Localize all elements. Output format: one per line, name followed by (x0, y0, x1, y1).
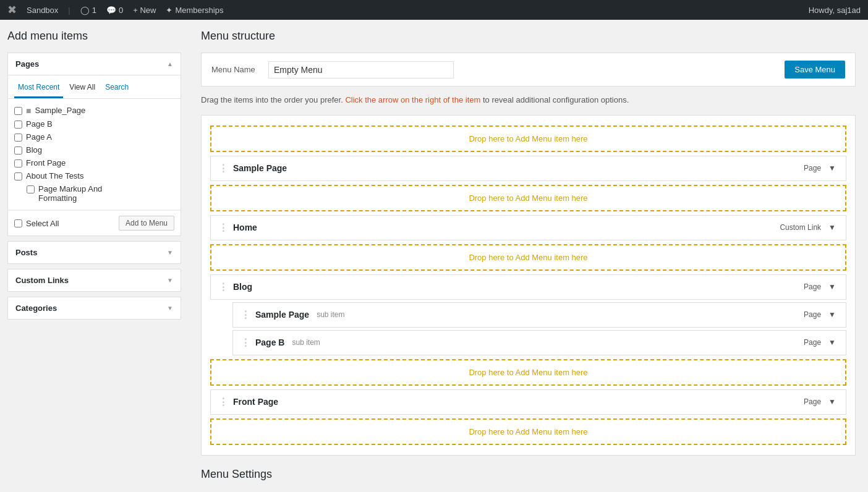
pages-list: ■ Sample_Page Page B Page A Blog (8, 99, 181, 210)
menu-item-page-b-sub-label: Page B (255, 337, 284, 347)
menu-item-blog-type: Page (804, 282, 821, 291)
menu-item-sample-page[interactable]: ⋮ Sample Page Page ▼ (210, 156, 846, 181)
page-markup-checkbox[interactable] (27, 185, 35, 193)
custom-links-accordion-header[interactable]: Custom Links ▼ (8, 269, 181, 291)
menu-item-sample-page-sub-expand[interactable]: ▼ (826, 309, 838, 320)
select-all-checkbox[interactable] (14, 219, 22, 227)
menu-item-front-page-left: ⋮ Front Page (218, 396, 278, 408)
menu-item-sample-page-expand[interactable]: ▼ (826, 163, 838, 174)
pages-chevron-icon: ▲ (167, 61, 173, 67)
page-a-label: Page A (26, 132, 52, 142)
menu-item-page-b-sub-expand[interactable]: ▼ (826, 337, 838, 348)
site-name[interactable]: Sandbox (27, 6, 58, 15)
menu-item-right: Page ▼ (804, 163, 838, 174)
menu-item-page-b-sub[interactable]: ⋮ Page B sub item Page ▼ (232, 330, 846, 355)
pages-accordion-header[interactable]: Pages ▲ (8, 53, 181, 75)
tab-most-recent[interactable]: Most Recent (14, 80, 63, 98)
list-item: Page Markup AndFormatting (14, 182, 174, 205)
sub-item-label-page-b: sub item (292, 338, 320, 347)
menu-item-front-page-right: Page ▼ (804, 396, 838, 407)
menu-name-input[interactable] (268, 61, 454, 78)
drag-handle-front-page-icon: ⋮ (218, 396, 228, 408)
menu-item-home-right: Custom Link ▼ (780, 222, 838, 233)
menu-item-home-expand[interactable]: ▼ (826, 222, 838, 233)
front-page-checkbox[interactable] (14, 159, 22, 168)
howdy-label: Howdy, saj1ad (809, 6, 861, 15)
left-panel: Add menu items Pages ▲ Most Recent View … (0, 20, 189, 492)
categories-accordion-header[interactable]: Categories ▼ (8, 297, 181, 319)
menu-item-page-b-sub-left: ⋮ Page B sub item (240, 337, 320, 349)
menu-item-page-b-sub-right: Page ▼ (804, 337, 838, 348)
list-item: ■ Sample_Page (14, 104, 174, 117)
page-wrap: Add menu items Pages ▲ Most Recent View … (0, 20, 868, 492)
menu-item-front-page[interactable]: ⋮ Front Page Page ▼ (210, 389, 846, 415)
pages-tabs-row: Most Recent View All Search (8, 75, 181, 99)
drag-hint: Drag the items into the order you prefer… (201, 94, 856, 106)
drop-zone-5: Drop here to Add Menu item here (210, 418, 846, 445)
site-name-label: Sandbox (27, 6, 58, 15)
page-a-checkbox[interactable] (14, 134, 22, 142)
blog-checkbox[interactable] (14, 146, 22, 155)
about-tests-label: About The Tests (26, 171, 83, 180)
tab-view-all[interactable]: View All (66, 80, 99, 98)
posts-accordion-header[interactable]: Posts ▼ (8, 242, 181, 263)
drop-zone-2: Drop here to Add Menu item here (210, 185, 846, 211)
drag-handle-page-b-sub-icon: ⋮ (240, 337, 250, 349)
posts-accordion: Posts ▼ (7, 241, 181, 264)
menu-item-front-page-type: Page (804, 397, 821, 406)
menu-item-page-b-sub-type: Page (804, 338, 821, 347)
menu-item-front-page-expand[interactable]: ▼ (826, 396, 838, 407)
admin-bar: ✖ Sandbox | ◯ 1 💬 0 + New ✦ Memberships … (0, 0, 868, 20)
front-page-label: Front Page (26, 158, 66, 168)
save-menu-button[interactable]: Save Menu (785, 61, 845, 78)
menu-item-home[interactable]: ⋮ Home Custom Link ▼ (210, 215, 846, 240)
menu-settings-title: Menu Settings (201, 468, 856, 481)
custom-links-label: Custom Links (15, 276, 69, 285)
page-b-checkbox[interactable] (14, 121, 22, 129)
categories-label: Categories (15, 303, 57, 313)
menu-item-sample-page-sub[interactable]: ⋮ Sample Page sub item Page ▼ (232, 302, 846, 328)
memberships-icon: ✦ (166, 6, 172, 15)
menu-name-label: Menu Name (211, 65, 261, 74)
drag-handle-icon: ⋮ (218, 163, 228, 174)
comments-item[interactable]: 💬 0 (106, 6, 123, 15)
list-item: Front Page (14, 156, 174, 169)
pages-accordion-footer: Select All Add to Menu (8, 210, 181, 235)
menu-item-sample-page-type: Page (804, 164, 821, 172)
drag-handle-sample-sub-icon: ⋮ (240, 309, 250, 321)
left-panel-title: Add menu items (7, 30, 181, 43)
list-item: Blog (14, 143, 174, 156)
menu-item-home-label: Home (233, 223, 257, 232)
memberships-item[interactable]: ✦ Memberships (166, 6, 223, 15)
drop-zone-top: Drop here to Add Menu item here (210, 125, 846, 152)
drag-handle-home-icon: ⋮ (218, 222, 228, 234)
menu-item-blog-expand[interactable]: ▼ (826, 281, 838, 292)
categories-chevron-icon: ▼ (167, 305, 173, 312)
menu-structure-title: Menu structure (201, 30, 856, 43)
drop-zone-4-text: Drop here to Add Menu item here (469, 368, 587, 377)
page-markup-label: Page Markup AndFormatting (38, 184, 102, 203)
blog-label: Blog (26, 145, 42, 155)
about-tests-checkbox[interactable] (14, 172, 22, 180)
custom-links-accordion: Custom Links ▼ (7, 269, 181, 292)
new-label: + New (133, 6, 156, 15)
tab-search[interactable]: Search (101, 80, 132, 98)
pages-label: Pages (15, 59, 39, 69)
drop-zone-2-text: Drop here to Add Menu item here (469, 193, 587, 203)
menu-item-home-left: ⋮ Home (218, 222, 257, 234)
select-all-label: Select All (26, 219, 59, 228)
menu-item-sample-page-sub-right: Page ▼ (804, 309, 838, 320)
drop-zone-3: Drop here to Add Menu item here (210, 244, 846, 271)
menu-item-home-type: Custom Link (780, 223, 821, 232)
menu-item-sample-page-sub-type: Page (804, 310, 821, 319)
updates-item[interactable]: ◯ 1 (80, 6, 96, 15)
menu-item-blog[interactable]: ⋮ Blog Page ▼ (210, 274, 846, 300)
add-to-menu-button[interactable]: Add to Menu (119, 216, 174, 231)
drop-zone-4: Drop here to Add Menu item here (210, 359, 846, 386)
page-b-label: Page B (26, 119, 53, 129)
wp-logo-icon: ✖ (7, 3, 17, 17)
menu-item-sample-page-label: Sample Page (233, 163, 287, 173)
page-sample-checkbox[interactable] (14, 107, 22, 115)
drop-zone-top-text: Drop here to Add Menu item here (469, 134, 587, 143)
new-item[interactable]: + New (133, 6, 156, 15)
